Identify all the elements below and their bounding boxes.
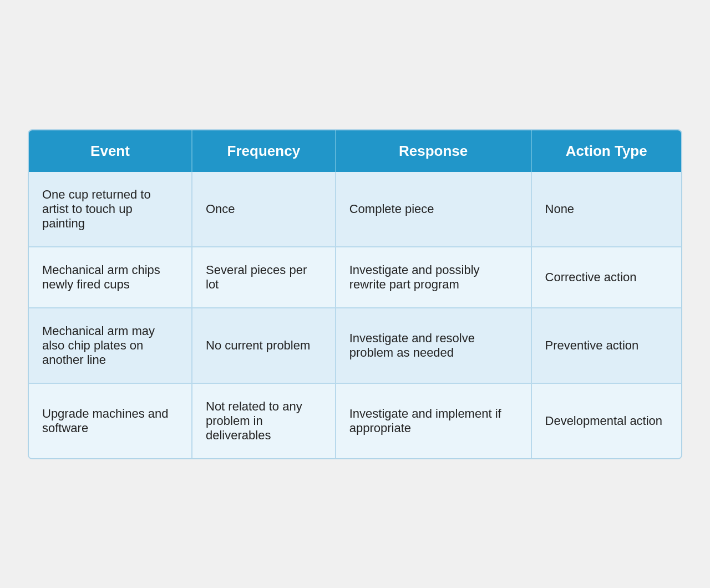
- cell-frequency-1: Several pieces per lot: [192, 247, 336, 308]
- cell-event-2: Mechanical arm may also chip plates on a…: [29, 308, 192, 383]
- table-row: One cup returned to artist to touch up p…: [29, 172, 681, 247]
- header-event: Event: [29, 130, 192, 172]
- cell-response-3: Investigate and implement if appropriate: [336, 383, 531, 458]
- cell-response-1: Investigate and possibly rewrite part pr…: [336, 247, 531, 308]
- main-table-wrapper: Event Frequency Response Action Type One…: [28, 129, 682, 459]
- cell-event-3: Upgrade machines and software: [29, 383, 192, 458]
- header-row: Event Frequency Response Action Type: [29, 130, 681, 172]
- cell-response-0: Complete piece: [336, 172, 531, 247]
- cell-action_type-1: Corrective action: [531, 247, 681, 308]
- cell-action_type-2: Preventive action: [531, 308, 681, 383]
- table-row: Upgrade machines and softwareNot related…: [29, 383, 681, 458]
- cell-event-1: Mechanical arm chips newly fired cups: [29, 247, 192, 308]
- cell-response-2: Investigate and resolve problem as neede…: [336, 308, 531, 383]
- cell-frequency-0: Once: [192, 172, 336, 247]
- data-table: Event Frequency Response Action Type One…: [29, 130, 681, 458]
- cell-action_type-3: Developmental action: [531, 383, 681, 458]
- cell-frequency-2: No current problem: [192, 308, 336, 383]
- cell-event-0: One cup returned to artist to touch up p…: [29, 172, 192, 247]
- header-frequency: Frequency: [192, 130, 336, 172]
- table-row: Mechanical arm chips newly fired cupsSev…: [29, 247, 681, 308]
- header-action-type: Action Type: [531, 130, 681, 172]
- cell-frequency-3: Not related to any problem in deliverabl…: [192, 383, 336, 458]
- header-response: Response: [336, 130, 531, 172]
- table-row: Mechanical arm may also chip plates on a…: [29, 308, 681, 383]
- cell-action_type-0: None: [531, 172, 681, 247]
